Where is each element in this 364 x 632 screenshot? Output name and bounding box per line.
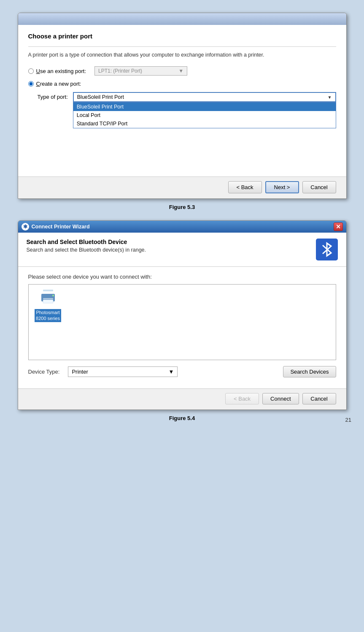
create-new-radio[interactable] [28,81,34,87]
device-label-photosmart: Photosmart8200 series [35,309,61,322]
cancel-button-fig4[interactable]: Cancel [302,393,336,404]
wizard-header-title: Search and Select Bluetooth Device [27,239,146,245]
device-list-box[interactable]: Photosmart8200 series [28,284,336,360]
page-number: 21 [345,417,351,423]
svg-rect-3 [43,300,53,303]
dialog-titlebar-fig3 [18,13,346,25]
device-item-photosmart[interactable]: Photosmart8200 series [33,289,63,322]
dialog-footer-fig3: < Back Next > Cancel [18,176,346,198]
titlebar-left: ✱ Connect Printer Wizard [22,223,90,231]
use-existing-radio[interactable] [28,68,34,74]
titlebar-label: Connect Printer Wizard [32,224,90,230]
existing-port-dropdown: LPT1: (Printer Port) ▼ [94,66,187,76]
use-existing-label: Use an existing port: [36,68,86,74]
device-type-arrow-icon: ▼ [169,369,174,375]
bluetooth-logo [316,239,338,260]
port-type-row: Type of port: BlueSoleil Print Port ▼ Bl… [38,92,336,128]
port-dropdown-list: BlueSoleil Print Port Local Port Standar… [73,102,336,128]
svg-rect-2 [43,298,53,299]
device-type-value: Printer [72,369,88,375]
connect-printer-wizard-dialog: ✱ Connect Printer Wizard ✕ Search and Se… [18,220,347,410]
dialog-title: Choose a printer port [28,33,336,40]
back-button-fig4[interactable]: < Back [225,393,259,404]
device-type-label: Device Type: [28,369,60,375]
svg-rect-0 [43,290,53,291]
use-existing-port-row: Use an existing port: LPT1: (Printer Por… [28,66,336,76]
dialog-description: A printer port is a type of connection t… [28,46,336,58]
wizard-header-text: Search and Select Bluetooth Device Searc… [27,239,146,253]
close-button[interactable]: ✕ [334,222,343,231]
dialog-spacer [18,134,346,176]
dropdown-item-local[interactable]: Local Port [73,111,336,119]
port-type-container: BlueSoleil Print Port ▼ BlueSoleil Print… [73,92,336,128]
device-type-dropdown[interactable]: Printer ▼ [68,366,178,377]
dialog-body-fig3: Choose a printer port A printer port is … [18,25,346,134]
dropdown-item-bluesoleil[interactable]: BlueSoleil Print Port [73,103,336,111]
bluetooth-titlebar-icon: ✱ [22,223,29,231]
dropdown-arrow-icon: ▼ [178,68,183,74]
dropdown-item-tcpip[interactable]: Standard TCP/IP Port [73,119,336,128]
select-device-label: Please select one device you want to con… [28,274,336,280]
port-type-dropdown[interactable]: BlueSoleil Print Port ▼ [73,92,336,102]
selected-port-value: BlueSoleil Print Port [77,94,124,100]
fig4-caption: Figure 5.4 [0,415,364,421]
svg-point-4 [52,295,54,296]
titlebar-fig4: ✱ Connect Printer Wizard ✕ [18,221,346,233]
printer-port-dialog: Choose a printer port A printer port is … [18,13,347,199]
next-button[interactable]: Next > [265,181,299,193]
cancel-button[interactable]: Cancel [302,181,336,193]
wizard-footer: < Back Connect Cancel [18,388,346,410]
wizard-body: Please select one device you want to con… [18,267,346,388]
device-type-row: Device Type: Printer ▼ Search Devices [28,366,336,377]
wizard-header: Search and Select Bluetooth Device Searc… [18,233,346,267]
bluetooth-icon [321,242,333,257]
port-dropdown-arrow-icon: ▼ [328,95,332,100]
create-new-port-row: Create a new port: [28,81,336,87]
search-devices-button[interactable]: Search Devices [283,366,336,377]
wizard-header-subtitle: Search and select the Bluetooth device(s… [27,247,146,253]
connect-button[interactable]: Connect [262,393,299,404]
back-button[interactable]: < Back [228,181,262,193]
printer-device-icon [39,289,57,307]
fig3-caption: Figure 5.3 [0,204,364,210]
port-type-label: Type of port: [38,92,68,100]
create-new-label: Create a new port: [36,81,81,87]
